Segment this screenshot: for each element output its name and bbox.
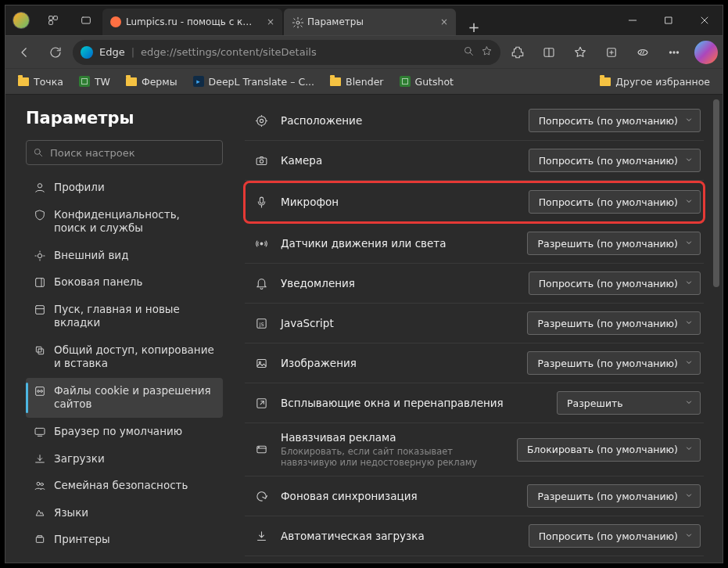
content-area: Параметры Поиск настроек ПрофилиКонфиден… (5, 95, 723, 563)
bookmark-label: Другое избранное (615, 76, 710, 88)
maximize-button[interactable] (651, 5, 687, 35)
nav-icon (34, 182, 46, 194)
motion-icon (248, 237, 274, 250)
bookmark-gutshot[interactable]: Gutshot (393, 73, 461, 91)
permission-dropdown[interactable]: Разрешить (557, 391, 701, 415)
favorite-icon[interactable] (481, 45, 493, 59)
settings-search-input[interactable]: Поиск настроек (26, 140, 223, 165)
permission-dropdown[interactable]: Разрешить (по умолчанию) (527, 232, 701, 255)
nav-label: Принтеры (54, 533, 110, 547)
sidebar-item-7[interactable]: Браузер по умолчанию (26, 419, 223, 445)
chevron-down-icon (684, 358, 694, 369)
permission-dropdown[interactable]: Разрешить (по умолчанию) (527, 484, 701, 508)
sidebar-item-3[interactable]: Боковая панель (26, 269, 223, 296)
favorites-button[interactable] (566, 39, 594, 66)
permission-dropdown[interactable]: Попросить (по умолчанию) (529, 190, 701, 214)
bookmark-label: Точка (34, 76, 63, 88)
browser-essentials-button[interactable] (629, 39, 657, 66)
sidebar-item-6[interactable]: Файлы cookie и разрешения сайтов (26, 378, 223, 418)
tab-lumpics[interactable]: Lumpics.ru - помощь с компьюте × (102, 9, 282, 35)
nav-label: Конфиденциальность, поиск и службы (54, 208, 215, 235)
svg-rect-3 (82, 17, 91, 23)
sidebar-item-11[interactable]: Принтеры (26, 527, 223, 553)
minimize-button[interactable] (615, 5, 651, 35)
permission-row-bell: УведомленияПопросить (по умолчанию) (245, 264, 704, 304)
bookmark-deepl[interactable]: ▸DeepL Translate – C... (187, 73, 321, 91)
svg-rect-0 (49, 16, 53, 20)
profile-button[interactable] (5, 5, 37, 35)
permission-dropdown[interactable]: Разрешить (по умолчанию) (527, 351, 701, 375)
url-scheme: Edge (99, 46, 125, 58)
sidebar-item-5[interactable]: Общий доступ, копирование и вставка (26, 337, 223, 377)
sidebar-item-9[interactable]: Семейная безопасность (26, 473, 223, 499)
bookmark-label: TW (95, 76, 110, 88)
title-bar: Lumpics.ru - помощь с компьюте × Парамет… (5, 5, 723, 35)
more-button[interactable] (660, 39, 688, 66)
permission-dropdown[interactable]: Блокировать (по умолчанию) (517, 438, 701, 462)
sidebar-item-10[interactable]: Языки (26, 500, 223, 527)
dropdown-value: Попросить (по умолчанию) (539, 115, 678, 127)
extensions-button[interactable] (504, 39, 532, 66)
close-tab-button[interactable]: × (436, 16, 453, 27)
scrollbar[interactable] (712, 99, 721, 556)
tab-title: Lumpics.ru - помощь с компьюте (126, 16, 257, 27)
sidebar-item-2[interactable]: Внешний вид (26, 243, 223, 269)
bookmark-tochka[interactable]: Точка (12, 73, 70, 91)
svg-rect-27 (36, 347, 41, 352)
dropdown-value: Блокировать (по умолчанию) (527, 444, 678, 455)
bookmark-label: Фермы (142, 76, 178, 88)
nav-label: Профили (54, 181, 105, 195)
permission-row-location: РасположениеПопросить (по умолчанию) (245, 101, 704, 141)
collections-button[interactable] (597, 39, 626, 66)
nav-icon (34, 507, 46, 519)
scrollbar-thumb[interactable] (713, 99, 719, 287)
new-tab-button[interactable]: + (461, 19, 487, 35)
sidebar-item-12[interactable]: Система и производительность (26, 554, 223, 563)
sidebar-item-8[interactable]: Загрузки (26, 446, 223, 473)
sidebar-item-1[interactable]: Конфиденциальность, поиск и службы (26, 202, 223, 242)
permission-dropdown[interactable]: Попросить (по умолчанию) (529, 109, 701, 132)
nav-label: Загрузки (54, 452, 105, 466)
permission-row-mic: МикрофонПопросить (по умолчанию) (245, 182, 704, 222)
nav-icon (34, 426, 46, 438)
sidebar-item-0[interactable]: Профили (26, 174, 223, 201)
copilot-button[interactable] (694, 41, 718, 64)
svg-line-10 (470, 52, 472, 55)
permission-dropdown[interactable]: Попросить (по умолчанию) (529, 524, 701, 548)
nav-icon (34, 276, 46, 289)
tab-actions-button[interactable] (70, 5, 102, 35)
bookmark-overflow[interactable]: Другое избранное (594, 73, 716, 91)
svg-line-20 (39, 153, 41, 156)
sheet-icon (79, 76, 90, 87)
popup-icon (248, 397, 274, 410)
chevron-down-icon (684, 115, 694, 127)
close-tab-button[interactable]: × (262, 16, 279, 27)
search-icon[interactable] (463, 45, 475, 59)
back-button[interactable] (10, 39, 38, 66)
permission-dropdown[interactable]: Разрешить (по умолчанию) (527, 311, 701, 335)
permission-dropdown[interactable]: Попросить (по умолчанию) (529, 149, 701, 172)
dropdown-value: Попросить (по умолчанию) (539, 196, 678, 208)
permission-dropdown[interactable]: Попросить (по умолчанию) (529, 271, 701, 295)
address-bar[interactable]: Edge | edge://settings/content/siteDetai… (73, 40, 500, 65)
sidebar-item-4[interactable]: Пуск, главная и новые вкладки (26, 297, 223, 336)
permission-label: Расположение (281, 114, 522, 127)
svg-rect-2 (49, 21, 53, 25)
split-screen-button[interactable] (535, 39, 563, 66)
bookmark-tw[interactable]: TW (73, 73, 117, 91)
nav-icon (34, 561, 46, 563)
svg-point-47 (256, 116, 265, 124)
bookmark-blender[interactable]: Blender (324, 73, 389, 91)
refresh-button[interactable] (41, 39, 70, 66)
permission-row-image: ИзображенияРазрешить (по умолчанию) (245, 343, 704, 383)
bookmark-fermy[interactable]: Фермы (120, 73, 184, 91)
settings-sidebar: Параметры Поиск настроек ПрофилиКонфиден… (5, 95, 232, 563)
nav-icon (34, 534, 46, 546)
permission-label: Автоматическая загрузка (281, 530, 522, 542)
workspaces-button[interactable] (37, 5, 70, 35)
tab-settings[interactable]: Параметры × (284, 9, 456, 35)
permission-label: Датчики движения или света (281, 237, 521, 250)
nav-label: Система и производительность (54, 560, 215, 563)
close-window-button[interactable] (687, 5, 723, 35)
bookmark-label: Blender (346, 76, 383, 88)
